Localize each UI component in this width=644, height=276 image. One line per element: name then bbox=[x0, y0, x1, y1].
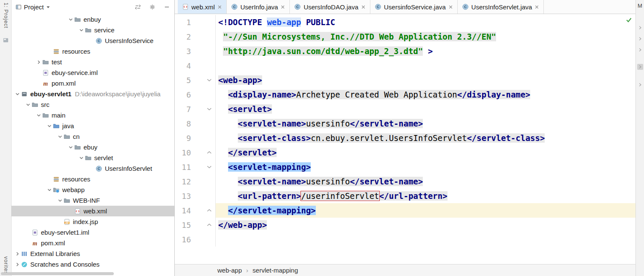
toolwindow-icon[interactable] bbox=[2, 37, 9, 43]
tree-item-service[interactable]: service bbox=[12, 25, 174, 35]
editor[interactable]: 1<!DOCTYPE web-app PUBLIC2 "-//Sun Micro… bbox=[175, 14, 635, 264]
gutter[interactable]: 16 bbox=[175, 232, 216, 247]
code-text[interactable]: <web-app> bbox=[216, 73, 635, 87]
tree-item-ebuy-servlet1-iml[interactable]: ebuy-servlet1.iml bbox=[12, 227, 174, 238]
gutter[interactable]: 11 bbox=[175, 160, 216, 174]
code-text[interactable]: </web-app> bbox=[216, 218, 635, 232]
maven-toolwindow-button[interactable]: M bbox=[636, 3, 644, 9]
right-stripe-button[interactable] bbox=[637, 47, 643, 53]
chevron-right-icon[interactable] bbox=[14, 250, 21, 257]
tree-item-servlet[interactable]: servlet bbox=[12, 152, 174, 163]
tree-item-index-jsp[interactable]: JSPindex.jsp bbox=[12, 216, 174, 227]
gutter[interactable]: 4 bbox=[175, 58, 216, 73]
gutter[interactable]: 10 bbox=[175, 145, 216, 160]
chevron-down-icon[interactable] bbox=[78, 27, 85, 34]
code-text[interactable]: <servlet> bbox=[216, 102, 635, 116]
chevron-right-icon[interactable] bbox=[14, 261, 21, 268]
tab-close-icon[interactable] bbox=[280, 5, 285, 9]
code-text[interactable]: <servlet-mapping> bbox=[216, 160, 635, 174]
gear-icon[interactable] bbox=[149, 4, 156, 11]
code-text[interactable]: <display-name>Archetype Created Web Appl… bbox=[216, 87, 635, 102]
tab-close-icon[interactable] bbox=[217, 5, 222, 9]
code-text[interactable]: <!DOCTYPE web-app PUBLIC bbox=[216, 15, 635, 29]
favorites-toolwindow-button[interactable]: vorites bbox=[3, 256, 9, 274]
chevron-down-icon[interactable] bbox=[78, 155, 85, 161]
code-text[interactable]: "-//Sun Microsystems, Inc.//DTD Web Appl… bbox=[216, 29, 635, 44]
code-text[interactable] bbox=[216, 232, 635, 247]
breadcrumb-item-web-app[interactable]: web-app bbox=[217, 267, 242, 274]
tree-item-pom-xml[interactable]: mpom.xml bbox=[12, 78, 174, 89]
chevron-down-icon[interactable] bbox=[46, 187, 53, 193]
tree-item-ebuy[interactable]: ebuy bbox=[12, 142, 174, 152]
collapse-all-icon[interactable] bbox=[134, 4, 141, 11]
chevron-down-icon[interactable] bbox=[67, 16, 74, 23]
fold-down-icon[interactable] bbox=[206, 164, 213, 170]
code-text[interactable]: <servlet-class>cn.ebuy.servlet.UsersInfo… bbox=[216, 131, 635, 145]
chevron-down-icon[interactable] bbox=[25, 101, 32, 108]
code-text[interactable]: <servlet-name>usersinfo</servlet-name> bbox=[216, 116, 635, 131]
chevron-down-icon[interactable] bbox=[67, 144, 74, 151]
tree-item-web-inf[interactable]: WEB-INF bbox=[12, 195, 174, 206]
tab-usersinfodao-java[interactable]: CUsersInfoDAO.java bbox=[290, 0, 370, 14]
gutter[interactable]: 12 bbox=[175, 174, 216, 189]
fold-up-icon[interactable] bbox=[206, 207, 213, 214]
tab-close-icon[interactable] bbox=[361, 5, 366, 9]
fold-up-icon[interactable] bbox=[206, 149, 213, 156]
breadcrumb-item-servlet-mapping[interactable]: servlet-mapping bbox=[253, 267, 298, 274]
chevron-down-icon[interactable] bbox=[35, 112, 42, 119]
right-stripe-button[interactable] bbox=[637, 64, 643, 70]
tab-userinfo-java[interactable]: CUserInfo.java bbox=[227, 0, 290, 14]
hide-panel-icon[interactable] bbox=[163, 4, 170, 11]
tree-item-ebuy-servlet1[interactable]: ebuy-servlet1D:\ideaworkspace\jiuye\juye… bbox=[12, 89, 174, 99]
tab-web-xml[interactable]: web.xml bbox=[178, 0, 227, 14]
project-toolwindow-button[interactable]: 1: Project bbox=[3, 3, 9, 29]
chevron-down-icon[interactable] bbox=[57, 197, 64, 204]
tab-close-icon[interactable] bbox=[448, 5, 453, 9]
gutter[interactable]: 1 bbox=[175, 15, 216, 29]
code-text[interactable]: "http://java.sun.com/dtd/web-app_2_3.dtd… bbox=[216, 44, 635, 58]
tree-item-pom-xml[interactable]: mpom.xml bbox=[12, 238, 174, 248]
gutter[interactable]: 7 bbox=[175, 102, 216, 116]
inspection-status-icon[interactable] bbox=[625, 16, 632, 23]
tree-item-cn[interactable]: cn bbox=[12, 131, 174, 142]
tree-item-scratches-and-consoles[interactable]: Scratches and Consoles bbox=[12, 259, 174, 270]
fold-down-icon[interactable] bbox=[206, 106, 213, 112]
chevron-down-icon[interactable] bbox=[57, 133, 64, 140]
gutter[interactable]: 14 bbox=[175, 203, 216, 218]
tree-item-external-libraries[interactable]: External Libraries bbox=[12, 248, 174, 259]
code-text[interactable]: </servlet-mapping> bbox=[216, 203, 635, 218]
tree-item-resources[interactable]: resources bbox=[12, 46, 174, 57]
chevron-down-icon[interactable] bbox=[46, 123, 53, 129]
gutter[interactable]: 9 bbox=[175, 131, 216, 145]
right-stripe-button[interactable] bbox=[637, 25, 643, 31]
gutter[interactable]: 2 bbox=[175, 29, 216, 44]
tree-item-web-xml[interactable]: web.xml bbox=[12, 206, 174, 216]
tree-item-main[interactable]: main bbox=[12, 110, 174, 121]
code-text[interactable]: <url-pattern>/userinfoServlet</url-patte… bbox=[216, 189, 635, 203]
tab-close-icon[interactable] bbox=[534, 5, 539, 9]
tree-item-src[interactable]: src bbox=[12, 99, 174, 110]
code-text[interactable]: </servlet> bbox=[216, 145, 635, 160]
chevron-down-icon[interactable] bbox=[14, 91, 21, 98]
gutter[interactable]: 15 bbox=[175, 218, 216, 232]
tree-item-webapp[interactable]: webapp bbox=[12, 184, 174, 195]
code-text[interactable] bbox=[216, 58, 635, 73]
gutter[interactable]: 6 bbox=[175, 87, 216, 102]
gutter[interactable]: 3 bbox=[175, 44, 216, 58]
tree-item-java[interactable]: java bbox=[12, 121, 174, 131]
tree-item-ebuy-service-iml[interactable]: ebuy-service.iml bbox=[12, 67, 174, 78]
code-text[interactable]: <servlet-name>usersinfo</servlet-name> bbox=[216, 174, 635, 189]
gutter[interactable]: 8 bbox=[175, 116, 216, 131]
tab-usersinfoservice-java[interactable]: CUsersinfoService.java bbox=[370, 0, 458, 14]
project-view-selector[interactable]: Project bbox=[24, 3, 50, 11]
chevron-right-icon[interactable] bbox=[35, 59, 42, 66]
tree-item-enbuy[interactable]: enbuy bbox=[12, 14, 174, 25]
tree-item-usersinfoservice[interactable]: CUsersInfoService bbox=[12, 35, 174, 46]
fold-up-icon[interactable] bbox=[206, 221, 213, 228]
fold-down-icon[interactable] bbox=[206, 77, 213, 83]
tab-usersinfoservlet-java[interactable]: CUsersInfoServlet.java bbox=[458, 0, 544, 14]
right-stripe-button[interactable] bbox=[637, 82, 643, 88]
gutter[interactable]: 13 bbox=[175, 189, 216, 203]
tree-item-resources[interactable]: resources bbox=[12, 174, 174, 184]
tree-item-usersinfoservlet[interactable]: CUsersInfoServlet bbox=[12, 163, 174, 174]
